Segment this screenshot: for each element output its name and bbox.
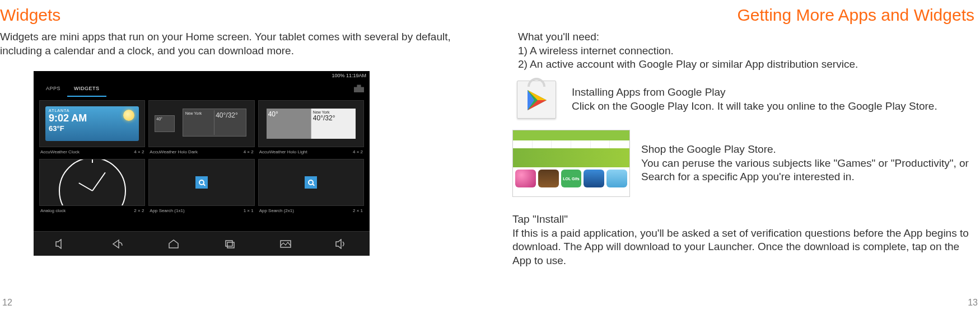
nav-bar xyxy=(34,231,370,256)
widget-cell[interactable]: App Search (2x1) 2 × 1 xyxy=(258,159,364,213)
tabs-row: APPS WIDGETS xyxy=(34,80,370,97)
heading-widgets: Widgets xyxy=(0,6,468,25)
back-icon[interactable] xyxy=(110,239,125,249)
svg-marker-4 xyxy=(336,239,341,248)
gp-text-block: Installing Apps from Google Play Click o… xyxy=(572,86,937,113)
need-block: What you'll need: 1) A wireless internet… xyxy=(518,30,980,72)
widget-cell[interactable]: 40° New York 40°/32° AccuWeather Ho xyxy=(148,100,254,154)
gp-title: Installing Apps from Google Play xyxy=(572,86,937,100)
page-number-left: 12 xyxy=(2,298,12,308)
status-right: 100% 11:19AM xyxy=(332,73,366,78)
search-icon xyxy=(195,176,208,189)
shop-icon[interactable] xyxy=(354,84,364,92)
widget-label: Analog clock xyxy=(40,208,66,213)
widget-size: 2 × 1 xyxy=(353,208,363,213)
install-text: If this is a paid application, you'll be… xyxy=(512,227,980,268)
lol-tile: LOL Gifs xyxy=(561,170,582,187)
widget-cell[interactable]: App Search (1x1) 1 × 1 xyxy=(148,159,254,213)
store-row: LOL Gifs Shop the Google Play Store. You… xyxy=(512,130,980,197)
widget-label: AccuWeather Holo Light xyxy=(259,149,307,154)
store-text-block: Shop the Google Play Store. You can peru… xyxy=(641,143,980,184)
install-title: Tap "Install" xyxy=(512,213,980,227)
mini-temp: 40° xyxy=(156,117,173,121)
mini-temp: 40° xyxy=(268,110,309,118)
svg-rect-1 xyxy=(226,241,232,246)
widget-size: 2 × 2 xyxy=(134,208,144,213)
widget-label: App Search (2x1) xyxy=(259,208,294,213)
volume-down-icon[interactable] xyxy=(54,239,69,249)
widget-label: AccuWeather Holo Dark xyxy=(150,149,198,154)
gp-text: Click on the Google Play Icon. It will t… xyxy=(572,100,937,114)
svg-rect-2 xyxy=(227,242,234,248)
tablet-screenshot: 100% 11:19AM APPS WIDGETS ATLANTA 9:02 A… xyxy=(34,71,370,256)
widget-cell[interactable]: Analog clock 2 × 2 xyxy=(39,159,145,213)
mini-city: New York xyxy=(185,111,213,115)
store-title: Shop the Google Play Store. xyxy=(641,143,980,157)
page-number-right: 13 xyxy=(968,298,978,308)
mini-city: New York xyxy=(313,110,354,114)
search-icon xyxy=(305,176,317,189)
widget-cell[interactable]: ATLANTA 9:02 AM 63°F AccuWeather Clock 4… xyxy=(39,100,145,154)
screenshot-icon[interactable] xyxy=(278,239,293,249)
need-title: What you'll need: xyxy=(518,30,980,44)
weather-temp: 63°F xyxy=(49,124,136,133)
mini-hilo: 40°/32° xyxy=(313,114,354,122)
need-2: 2) An active account with Google Play or… xyxy=(518,58,980,72)
heading-getting-apps: Getting More Apps and Widgets xyxy=(512,6,980,25)
recent-icon[interactable] xyxy=(222,239,237,249)
google-play-row: Installing Apps from Google Play Click o… xyxy=(512,78,980,121)
home-icon[interactable] xyxy=(166,239,181,249)
tab-apps[interactable]: APPS xyxy=(39,80,67,97)
weather-time: 9:02 AM xyxy=(49,112,136,124)
widget-label: AccuWeather Clock xyxy=(40,149,80,154)
widget-cell[interactable]: 40° New York 40°/32° AccuWeather Holo Li… xyxy=(258,100,364,154)
widget-size: 4 × 2 xyxy=(134,149,144,154)
store-text: You can peruse the various subjects like… xyxy=(641,157,980,184)
clock-icon xyxy=(59,159,126,206)
svg-marker-0 xyxy=(56,239,61,248)
play-store-screenshot: LOL Gifs xyxy=(512,130,630,197)
intro-text: Widgets are mini apps that run on your H… xyxy=(0,30,468,58)
volume-up-icon[interactable] xyxy=(334,239,349,249)
google-play-icon xyxy=(512,78,561,121)
widget-size: 1 × 1 xyxy=(244,208,254,213)
need-1: 1) A wireless internet connection. xyxy=(518,44,980,58)
weather-city: ATLANTA xyxy=(49,109,136,112)
mini-hilo: 40°/32° xyxy=(216,111,244,119)
widgets-grid: ATLANTA 9:02 AM 63°F AccuWeather Clock 4… xyxy=(39,100,364,213)
install-block: Tap "Install" If this is a paid applicat… xyxy=(512,213,980,268)
widget-label: App Search (1x1) xyxy=(150,208,184,213)
widget-size: 4 × 2 xyxy=(244,149,254,154)
widget-size: 4 × 2 xyxy=(353,149,363,154)
page-right: Getting More Apps and Widgets What you'l… xyxy=(490,0,980,310)
status-bar: 100% 11:19AM xyxy=(34,71,370,80)
page-left: Widgets Widgets are mini apps that run o… xyxy=(0,0,490,310)
tab-widgets[interactable]: WIDGETS xyxy=(67,80,106,97)
